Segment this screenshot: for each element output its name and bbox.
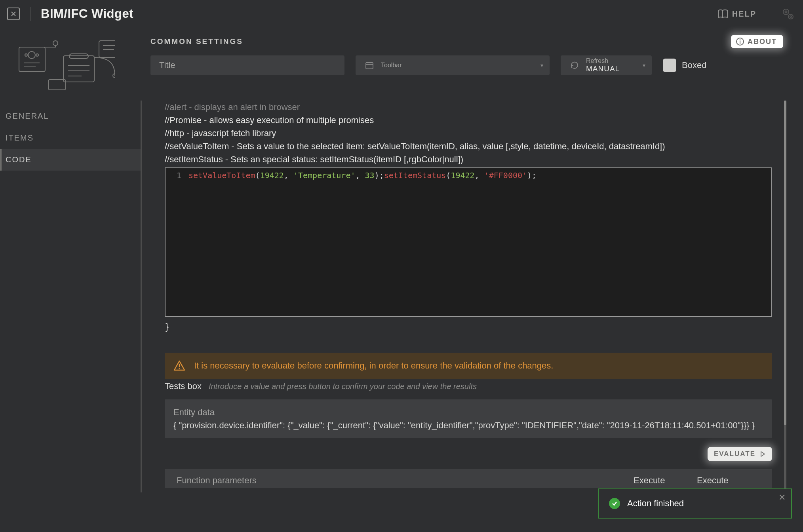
warning-bar: It is necessary to evaluate before confi… xyxy=(165,353,772,379)
book-icon xyxy=(718,9,728,19)
settings-gears-button[interactable] xyxy=(780,6,796,22)
check-icon xyxy=(609,498,620,509)
svg-point-10 xyxy=(28,51,35,59)
tests-box-header: Tests box Introduce a value and press bu… xyxy=(165,381,772,391)
entity-data-box[interactable]: Entity data { "provision.device.identifi… xyxy=(165,399,772,438)
close-icon xyxy=(10,11,17,17)
evaluate-label: EVALUATE xyxy=(714,450,755,458)
code-editor[interactable]: 1 setValueToItem(19422, 'Temperature', 3… xyxy=(165,167,772,317)
boxed-field: Boxed xyxy=(663,59,706,72)
params-col-execute-2[interactable]: Execute xyxy=(697,475,760,486)
svg-point-3 xyxy=(790,16,792,17)
close-button[interactable] xyxy=(7,8,20,20)
warning-text: It is necessary to evaluate before confi… xyxy=(194,361,553,371)
svg-rect-7 xyxy=(366,63,373,69)
svg-point-15 xyxy=(53,41,58,46)
left-column: GENERAL ITEMS CODE xyxy=(0,28,141,171)
refresh-label: Refresh xyxy=(586,57,620,65)
about-button[interactable]: ABOUT xyxy=(731,35,783,48)
svg-rect-9 xyxy=(19,47,45,72)
svg-point-11 xyxy=(25,54,27,56)
evaluate-button[interactable]: EVALUATE xyxy=(708,447,772,461)
chevron-down-icon: ▾ xyxy=(540,62,543,68)
toast-close-button[interactable]: ✕ xyxy=(778,492,786,503)
svg-rect-16 xyxy=(63,56,94,82)
nav-general[interactable]: GENERAL xyxy=(0,105,141,127)
refresh-value: MANUAL xyxy=(586,65,620,73)
about-label: ABOUT xyxy=(748,38,777,46)
svg-point-5 xyxy=(740,40,741,41)
code-line: setValueToItem(19422, 'Temperature', 33)… xyxy=(185,168,537,316)
code-comments: //alert - displays an alert in browser /… xyxy=(165,101,772,166)
toolbar-select[interactable]: Toolbar ▾ xyxy=(356,55,550,75)
nav-code[interactable]: CODE xyxy=(0,149,141,171)
params-col-execute-1[interactable]: Execute xyxy=(634,475,697,486)
svg-point-12 xyxy=(36,54,38,56)
line-number: 1 xyxy=(166,168,185,316)
svg-point-0 xyxy=(783,9,789,15)
nav-items[interactable]: ITEMS xyxy=(0,127,141,149)
topbar: BIM/IFC Widget HELP xyxy=(0,0,803,28)
entity-value: { "provision.device.identifier": {"_valu… xyxy=(173,419,763,432)
settings-header: COMMON SETTINGS xyxy=(150,37,243,46)
title-input[interactable]: Title xyxy=(150,55,344,75)
help-button[interactable]: HELP xyxy=(718,9,756,19)
close-brace: } xyxy=(166,321,772,332)
chevron-down-icon: ▾ xyxy=(643,62,645,68)
svg-point-1 xyxy=(785,11,787,13)
svg-point-2 xyxy=(788,14,793,19)
main-area: //alert - displays an alert in browser /… xyxy=(141,101,786,492)
app-title: BIM/IFC Widget xyxy=(41,7,133,21)
calendar-icon xyxy=(363,59,376,72)
tests-title: Tests box xyxy=(165,381,202,391)
gutter-line xyxy=(141,101,142,492)
play-icon xyxy=(759,451,766,457)
toast: Action finished ✕ xyxy=(598,488,792,519)
warning-icon xyxy=(173,360,185,372)
title-placeholder: Title xyxy=(159,60,175,70)
params-label: Function parameters xyxy=(177,475,257,486)
boxed-label: Boxed xyxy=(682,60,706,70)
widget-illustration xyxy=(8,34,119,93)
boxed-checkbox[interactable] xyxy=(663,59,676,72)
toast-text: Action finished xyxy=(627,498,684,509)
refresh-select[interactable]: Refresh MANUAL ▾ xyxy=(561,55,652,75)
divider xyxy=(30,7,30,21)
toolbar-label: Toolbar xyxy=(381,62,402,69)
svg-point-27 xyxy=(179,368,180,369)
tests-hint: Introduce a value and press button to co… xyxy=(209,382,477,391)
svg-rect-6 xyxy=(740,41,740,44)
help-label: HELP xyxy=(732,10,756,19)
function-params-box: Function parameters Execute Execute xyxy=(165,469,772,488)
info-icon xyxy=(736,37,744,46)
gears-icon xyxy=(781,7,795,21)
entity-label: Entity data xyxy=(173,406,763,419)
refresh-icon xyxy=(568,59,581,72)
